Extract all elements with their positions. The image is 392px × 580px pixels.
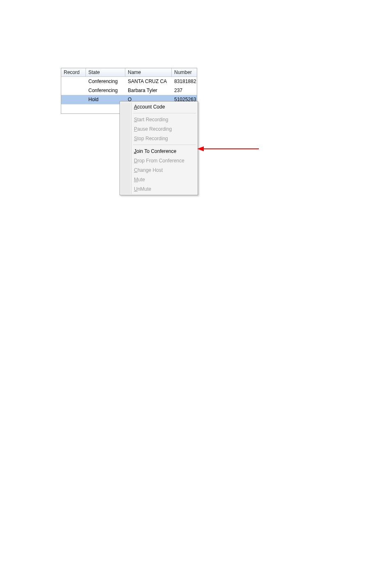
cell-name: Barbara Tyler <box>125 86 172 95</box>
mnemonic: P <box>134 126 137 132</box>
menu-item-change-host[interactable]: Change Host <box>121 166 197 175</box>
cell-record <box>61 77 86 86</box>
table-header-row: Record State Name Number <box>61 68 197 77</box>
menu-item-account-code[interactable]: Account Code <box>121 102 197 112</box>
menu-item-mute[interactable]: Mute <box>121 175 197 185</box>
menu-item-label: ute <box>138 177 145 183</box>
annotation-arrow-icon <box>197 145 259 153</box>
cell-number: 83181882 <box>172 77 197 86</box>
menu-item-label: ccount Code <box>137 104 165 110</box>
menu-item-label: rop From Conference <box>138 158 184 164</box>
menu-item-label: ause Recording <box>137 126 172 132</box>
menu-item-join-to-conference[interactable]: Join To Conference <box>121 147 197 156</box>
mnemonic: U <box>134 186 138 192</box>
menu-separator <box>133 113 196 114</box>
svg-marker-1 <box>197 146 204 151</box>
table-row[interactable]: Conferencing Barbara Tyler 237 <box>61 86 197 95</box>
menu-item-pause-recording[interactable]: Pause Recording <box>121 125 197 134</box>
menu-item-label: tart Recording <box>137 117 168 122</box>
context-menu: Account Code Start Recording Pause Recor… <box>120 101 198 195</box>
menu-item-drop-from-conference[interactable]: Drop From Conference <box>121 156 197 166</box>
menu-item-start-recording[interactable]: Start Recording <box>121 115 197 125</box>
mnemonic: C <box>134 167 138 173</box>
column-header-name[interactable]: Name <box>125 68 172 76</box>
menu-item-label: hange Host <box>138 167 163 173</box>
menu-item-label: top Recording <box>137 136 168 141</box>
menu-item-label: oin To Conference <box>136 148 176 154</box>
column-header-record[interactable]: Record <box>61 68 86 76</box>
column-header-number[interactable]: Number <box>172 68 197 76</box>
cell-record <box>61 95 86 104</box>
cell-state: Conferencing <box>86 86 125 95</box>
menu-item-unmute[interactable]: UnMute <box>121 185 197 194</box>
mnemonic: M <box>134 177 138 183</box>
mnemonic: S <box>134 117 137 122</box>
cell-record <box>61 86 86 95</box>
menu-item-stop-recording[interactable]: Stop Recording <box>121 134 197 143</box>
mnemonic: S <box>134 136 137 141</box>
menu-item-label: nMute <box>138 186 151 192</box>
menu-separator <box>133 145 196 146</box>
table-row[interactable]: Conferencing SANTA CRUZ CA 83181882 <box>61 77 197 86</box>
column-header-state[interactable]: State <box>86 68 125 76</box>
mnemonic: D <box>134 158 138 164</box>
cell-name: SANTA CRUZ CA <box>125 77 172 86</box>
cell-number: 237 <box>172 86 197 95</box>
mnemonic: A <box>134 104 137 110</box>
cell-state: Conferencing <box>86 77 125 86</box>
